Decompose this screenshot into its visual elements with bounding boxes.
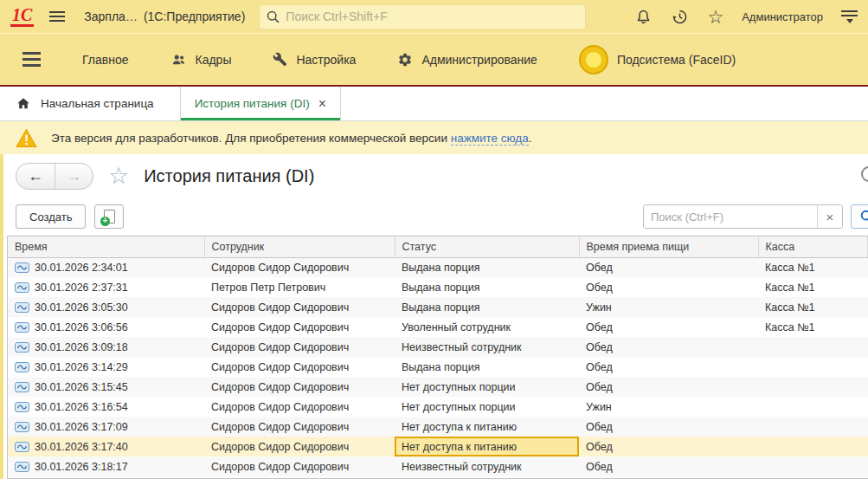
cell-time: 30.01.2026 3:17:09 (35, 421, 128, 433)
warning-text: Эта версия для разработчиков. Для приобр… (51, 132, 532, 145)
cell-kassa: Касса №1 (758, 297, 868, 317)
cell-kassa (758, 377, 868, 397)
cell-meal: Ужин (579, 297, 758, 317)
cell-kassa (758, 337, 868, 357)
cell-time: 30.01.2026 3:17:40 (35, 441, 128, 453)
table-row[interactable]: 30.01.2026 3:15:45 Сидоров Сидор Сидоров… (8, 377, 868, 397)
cell-time: 30.01.2026 3:14:29 (35, 361, 128, 373)
section-nastroyka[interactable]: Настройка (273, 52, 356, 67)
cell-employee: Сидоров Сидор Сидорович (204, 337, 395, 357)
help-icon[interactable] (861, 166, 868, 182)
cell-time: 30.01.2026 3:18:17 (35, 461, 128, 473)
cell-meal: Обед (579, 417, 758, 437)
document-icon (15, 282, 29, 293)
document-icon (15, 342, 29, 353)
table-row[interactable]: 30.01.2026 3:06:56 Сидоров Сидор Сидоров… (8, 317, 868, 337)
cell-time: 30.01.2026 3:09:18 (35, 341, 128, 353)
food-history-table: Время Сотрудник Статус Время приема пищи… (7, 236, 868, 479)
home-icon (16, 96, 31, 111)
list-search-box: × (643, 204, 843, 229)
create-button[interactable]: Создать (16, 204, 86, 229)
cell-status: Выдана порция (395, 257, 579, 277)
cell-status: Неизвестный сотрудник (395, 337, 579, 357)
history-icon[interactable] (671, 8, 689, 26)
table-row[interactable]: 30.01.2026 2:37:31 Петров Петр Петрович … (8, 277, 868, 297)
list-toolbar: Создать + × (3, 197, 868, 236)
cell-kassa (758, 357, 868, 377)
section-glavnoe[interactable]: Главное (82, 53, 129, 67)
column-header-kassa[interactable]: Касса (758, 236, 868, 257)
cell-time: 30.01.2026 3:16:54 (35, 401, 128, 413)
tab-home[interactable]: Начальная страница (0, 87, 181, 120)
back-button[interactable]: ← (16, 164, 55, 189)
cell-meal: Обед (579, 357, 758, 377)
section-administrirovanie[interactable]: Администрирование (397, 52, 537, 68)
faceid-icon (579, 45, 608, 74)
document-icon (15, 262, 29, 273)
list-search-input[interactable] (644, 205, 817, 228)
table-row[interactable]: 30.01.2026 3:17:09 Сидоров Сидор Сидоров… (8, 417, 868, 437)
user-name[interactable]: Администратор (742, 10, 823, 23)
cell-employee: Сидоров Сидор Сидорович (204, 297, 395, 317)
table-row[interactable]: 30.01.2026 3:09:18 Сидоров Сидор Сидоров… (8, 337, 868, 357)
table-row[interactable]: 30.01.2026 2:34:01 Сидоров Сидор Сидоров… (8, 257, 868, 277)
document-icon (15, 362, 29, 372)
new-document-icon: + (104, 210, 115, 223)
cell-time: 30.01.2026 3:06:56 (35, 321, 128, 333)
table-row[interactable]: 30.01.2026 3:14:29 Сидоров Сидор Сидоров… (8, 357, 868, 377)
column-header-employee[interactable]: Сотрудник (204, 236, 395, 257)
global-search-input[interactable] (286, 10, 579, 23)
cell-meal: Обед (579, 277, 758, 297)
cell-kassa: Касса №1 (758, 317, 868, 337)
create-from-button[interactable]: + (94, 204, 124, 229)
section-faceid[interactable]: Подсистема (FaceID) (579, 45, 736, 74)
document-icon (15, 442, 29, 452)
cell-status: Нет доступа к питанию (395, 437, 579, 456)
buy-license-link[interactable]: нажмите сюда (451, 132, 529, 146)
table-header-row: Время Сотрудник Статус Время приема пищи… (8, 236, 868, 257)
table-row[interactable]: 30.01.2026 3:17:40 Сидоров Сидор Сидоров… (8, 437, 868, 456)
sections-panel: Главное Кадры Настройка Администрировани… (0, 33, 868, 87)
cell-employee: Сидоров Сидор Сидорович (204, 437, 395, 456)
cell-meal: Обед (579, 317, 758, 337)
table-row[interactable]: 30.01.2026 3:18:17 Сидоров Сидор Сидоров… (8, 456, 868, 476)
page-title: История питания (DI) (144, 166, 314, 186)
cell-status: Нет доступных порции (395, 377, 579, 397)
document-icon (15, 302, 29, 313)
tab-food-history[interactable]: История питания (DI) × (181, 87, 341, 120)
table-row[interactable]: 30.01.2026 3:16:54 Сидоров Сидор Сидоров… (8, 397, 868, 417)
global-search-box[interactable] (259, 4, 586, 29)
history-nav: ← → (16, 163, 93, 190)
document-icon (15, 462, 29, 472)
column-header-time[interactable]: Время (8, 236, 204, 257)
star-icon[interactable]: ☆ (707, 8, 723, 26)
document-icon (15, 322, 29, 333)
clear-search-button[interactable]: × (817, 205, 842, 228)
favorite-star-icon[interactable]: ☆ (108, 165, 129, 188)
app-title-suffix: (1С:Предприятие) (144, 10, 245, 23)
cell-kassa (758, 397, 868, 417)
people-icon (170, 52, 187, 68)
app-title: Зарпла… (84, 10, 138, 23)
onec-logo: 1С (10, 6, 34, 27)
close-icon[interactable]: × (318, 97, 326, 111)
section-kadry[interactable]: Кадры (170, 52, 232, 68)
search-button[interactable] (851, 204, 868, 229)
table-row[interactable]: 30.01.2026 3:05:30 Сидоров Сидор Сидоров… (8, 297, 868, 317)
column-header-meal[interactable]: Время приема пищи (579, 236, 758, 257)
service-menu-icon[interactable] (841, 10, 858, 23)
page-header: ← → ☆ История питания (DI) (3, 154, 868, 197)
column-header-status[interactable]: Статус (395, 236, 579, 257)
cell-employee: Сидоров Сидор Сидорович (204, 257, 395, 277)
developer-warning-bar: Эта версия для разработчиков. Для приобр… (0, 121, 868, 154)
cell-employee: Сидоров Сидор Сидорович (204, 456, 395, 476)
forward-button[interactable]: → (55, 164, 93, 189)
document-icon (15, 382, 29, 392)
cell-employee: Сидоров Сидор Сидорович (204, 377, 395, 397)
cell-time: 30.01.2026 3:05:30 (35, 301, 128, 314)
sections-menu-icon[interactable] (23, 52, 41, 67)
bell-icon[interactable] (634, 8, 653, 26)
cell-employee: Сидоров Сидор Сидорович (204, 317, 395, 337)
cell-status: Выдана порция (395, 297, 579, 317)
menu-icon[interactable] (49, 11, 65, 22)
